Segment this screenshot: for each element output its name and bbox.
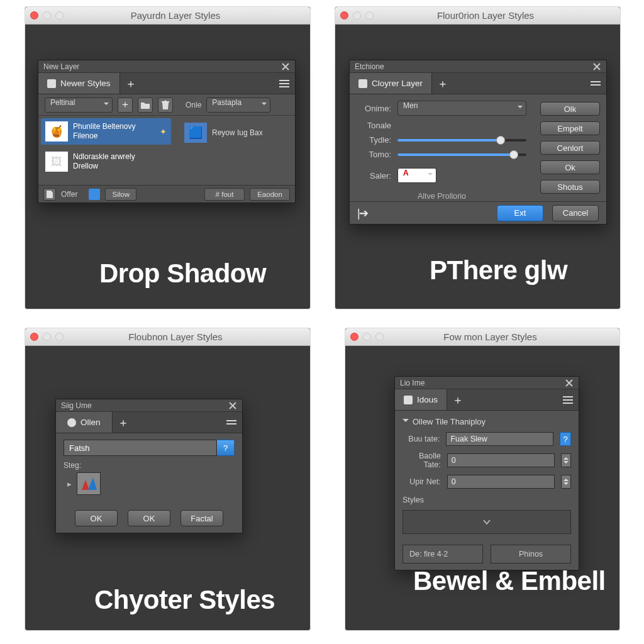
tab-newer-styles[interactable]: Newer Styles: [38, 73, 120, 94]
tab-ollen[interactable]: Ollen: [56, 412, 113, 433]
help-icon[interactable]: ?: [217, 440, 235, 456]
zoom-dot[interactable]: [55, 333, 64, 341]
doc-icon[interactable]: [43, 188, 56, 201]
window-title: Flour0rion Layer Styles: [381, 10, 615, 21]
star-icon[interactable]: ✦: [160, 127, 167, 136]
silow-field[interactable]: Silow: [105, 188, 136, 201]
cenlort-button[interactable]: Cenlort: [540, 141, 600, 155]
folder-icon[interactable]: [138, 97, 153, 113]
book-icon: [404, 396, 413, 404]
quadrant-chyoter: Floubnon Layer Styles Siig Ume Ollen ＋ ?…: [25, 328, 311, 631]
window-titlebar[interactable]: Floubnon Layer Styles: [25, 328, 310, 346]
zoom-dot[interactable]: [55, 11, 64, 19]
upir-label: Upir Net:: [402, 477, 441, 486]
zoom-dot[interactable]: [375, 333, 384, 341]
ok-button[interactable]: OK: [75, 510, 118, 526]
onime-dropdown[interactable]: Men: [397, 101, 526, 116]
window-titlebar[interactable]: Fow mon Layer Styles: [345, 328, 619, 346]
close-dot[interactable]: [30, 333, 38, 341]
export-arrow-icon[interactable]: |➔: [357, 206, 367, 220]
blue-chip-icon[interactable]: [89, 189, 100, 200]
add-button[interactable]: ＋: [118, 97, 133, 113]
minimize-dot[interactable]: [363, 333, 371, 341]
close-icon[interactable]: [281, 62, 290, 71]
ok2-button[interactable]: OK: [128, 510, 170, 526]
ext-button[interactable]: Ext: [497, 205, 543, 221]
quad-label: Chyoter Styles: [94, 585, 275, 615]
phinos-button[interactable]: Phinos: [491, 545, 571, 564]
preset-row[interactable]: 🖼 Ndloraskle arwrelyDrellow: [41, 148, 171, 175]
factal-button[interactable]: Factal: [180, 510, 223, 526]
close-dot[interactable]: [340, 11, 348, 19]
quad-label: PThere glw: [430, 255, 567, 286]
eaodon-button[interactable]: Eaodon: [250, 188, 290, 201]
window-titlebar[interactable]: Flour0rion Layer Styles: [335, 7, 620, 25]
tab-add-button[interactable]: ＋: [432, 73, 453, 94]
disclosure-header[interactable]: Ollew Tile Thaniploy: [402, 417, 571, 426]
onle-dropdown[interactable]: Pastapla: [206, 97, 270, 113]
chevron-right-icon[interactable]: ▸: [67, 479, 72, 489]
close-dot[interactable]: [350, 333, 358, 341]
name-combo[interactable]: ?: [64, 440, 235, 456]
window-title: Floubnon Layer Styles: [71, 331, 305, 342]
styles-label: Styles: [402, 496, 571, 504]
name-input[interactable]: [64, 440, 217, 456]
preset-row-selected[interactable]: 🍯 Phunlite BeltenovyFilenoe ✦: [41, 118, 171, 145]
saler-swatch[interactable]: A: [397, 168, 436, 183]
tonale-label: Tonale: [357, 121, 391, 130]
window-title: Fow mon Layer Styles: [391, 331, 614, 342]
help-icon[interactable]: ?: [560, 432, 571, 446]
gear-icon: [67, 418, 76, 427]
upir-input[interactable]: [447, 475, 555, 489]
minimize-dot[interactable]: [43, 11, 51, 19]
tab-add-button[interactable]: ＋: [120, 73, 142, 94]
traffic-lights[interactable]: [30, 11, 64, 19]
window-titlebar[interactable]: Payurdn Layer Styles: [25, 7, 310, 25]
panel-footer: Offer Silow # fout Eaodon: [38, 185, 295, 203]
minimize-dot[interactable]: [353, 11, 361, 19]
styles-dropzone[interactable]: [402, 510, 571, 534]
panel-header[interactable]: New Layer: [38, 60, 295, 73]
preset-dropdown[interactable]: Peltinal: [45, 97, 113, 113]
toolbar: Peltinal ＋ Onle Pastapla: [38, 94, 295, 116]
panel-header[interactable]: Etchione: [350, 60, 606, 73]
preview-row[interactable]: 🟦 Reyow Iug Bax: [180, 119, 289, 146]
panel-menu-icon[interactable]: [557, 389, 579, 410]
swatch-preview[interactable]: [77, 472, 101, 495]
buutate-label: Buu tate:: [402, 435, 440, 443]
zoom-dot[interactable]: [365, 11, 374, 19]
panel-menu-icon[interactable]: [585, 73, 606, 94]
quadrant-outer-glow: Flour0rion Layer Styles Etchione Cloyrer…: [335, 6, 621, 309]
preset-list[interactable]: 🍯 Phunlite BeltenovyFilenoe ✦ 🖼 Ndlorask…: [38, 116, 174, 185]
buutate-input[interactable]: [446, 432, 553, 446]
close-dot[interactable]: [30, 11, 38, 19]
window-title: Payurdn Layer Styles: [71, 10, 305, 21]
tydle-slider[interactable]: [397, 139, 526, 142]
tab-add-button[interactable]: ＋: [447, 389, 469, 410]
empelt-button[interactable]: Empelt: [540, 121, 600, 135]
preview-thumb: 🟦: [184, 123, 207, 143]
tab-label: Ollen: [80, 418, 101, 427]
fout-button[interactable]: # fout: [204, 188, 245, 201]
baolle-label: Baolle Tate:: [402, 452, 441, 469]
baolle-stepper[interactable]: [561, 453, 571, 467]
trash-icon[interactable]: [158, 97, 173, 113]
baolle-input[interactable]: [447, 453, 555, 467]
traffic-lights[interactable]: [340, 11, 374, 19]
ok-button[interactable]: Olk: [540, 102, 600, 116]
panel-menu-icon[interactable]: [274, 73, 295, 94]
minimize-dot[interactable]: [43, 333, 51, 341]
upir-stepper[interactable]: [561, 475, 571, 489]
bevel-dialog: Lio Ime Idous ＋ Ollew Tile Thaniploy Buu…: [394, 376, 579, 570]
close-icon[interactable]: [228, 401, 237, 410]
close-icon[interactable]: [592, 62, 601, 71]
tab-cloyrer-layer[interactable]: Cloyrer Layer: [350, 73, 432, 94]
shotus-button[interactable]: Shotus: [540, 180, 600, 194]
tab-idous[interactable]: Idous: [395, 389, 447, 410]
close-icon[interactable]: [565, 379, 574, 387]
tomo-slider[interactable]: [397, 153, 526, 156]
panel-menu-icon[interactable]: [221, 412, 242, 433]
ok2-button[interactable]: Ok: [540, 160, 600, 174]
tab-add-button[interactable]: ＋: [113, 412, 134, 433]
cancel-button[interactable]: Cancel: [552, 205, 599, 221]
